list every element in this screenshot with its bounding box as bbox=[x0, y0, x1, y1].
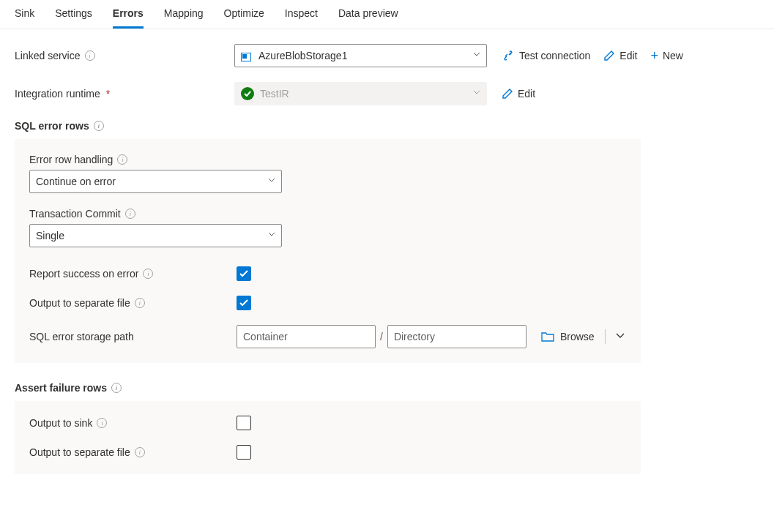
tab-errors[interactable]: Errors bbox=[113, 7, 144, 29]
integration-runtime-dropdown[interactable]: TestIR bbox=[234, 82, 487, 105]
chevron-down-icon bbox=[268, 178, 275, 185]
assert-output-separate-checkbox[interactable] bbox=[237, 445, 251, 460]
pencil-icon bbox=[603, 50, 615, 61]
linked-service-value: AzureBlobStorage1 bbox=[258, 50, 347, 61]
success-check-icon bbox=[241, 87, 254, 100]
info-icon[interactable]: i bbox=[97, 418, 107, 428]
sql-error-rows-panel: Error row handling i Continue on error T… bbox=[15, 139, 641, 363]
info-icon[interactable]: i bbox=[85, 50, 95, 61]
tab-optimize[interactable]: Optimize bbox=[224, 7, 264, 29]
azure-blob-icon bbox=[241, 51, 253, 60]
transaction-commit-dropdown[interactable]: Single bbox=[29, 224, 282, 247]
browse-button[interactable]: Browse bbox=[560, 331, 595, 342]
info-icon[interactable]: i bbox=[117, 154, 127, 165]
plus-icon: + bbox=[650, 49, 658, 62]
tab-data-preview[interactable]: Data preview bbox=[338, 7, 398, 29]
assert-failure-header: Assert failure rows i bbox=[15, 382, 759, 394]
info-icon[interactable]: i bbox=[111, 383, 122, 393]
integration-runtime-value: TestIR bbox=[260, 88, 289, 100]
linked-service-label: Linked service i bbox=[15, 50, 234, 61]
info-icon[interactable]: i bbox=[135, 447, 145, 457]
assert-output-separate-label: Output to separate file i bbox=[29, 446, 237, 458]
edit-linked-service-button[interactable]: Edit bbox=[603, 50, 637, 61]
error-row-handling-dropdown[interactable]: Continue on error bbox=[29, 170, 282, 193]
sql-output-separate-label: Output to separate file i bbox=[29, 297, 237, 309]
report-success-label: Report success on error i bbox=[29, 268, 237, 280]
tab-bar: Sink Settings Errors Mapping Optimize In… bbox=[0, 0, 774, 29]
pencil-icon bbox=[502, 88, 513, 100]
output-to-sink-checkbox[interactable] bbox=[237, 416, 251, 430]
new-linked-service-button[interactable]: + New bbox=[650, 49, 683, 62]
chevron-down-icon[interactable] bbox=[616, 333, 623, 340]
info-icon[interactable]: i bbox=[143, 269, 153, 279]
sql-output-separate-checkbox[interactable] bbox=[237, 296, 251, 310]
tab-mapping[interactable]: Mapping bbox=[164, 7, 204, 29]
chevron-down-icon bbox=[268, 232, 275, 239]
report-success-checkbox[interactable] bbox=[237, 266, 251, 281]
container-input[interactable] bbox=[237, 325, 376, 348]
directory-input[interactable] bbox=[387, 325, 526, 348]
tab-inspect[interactable]: Inspect bbox=[285, 7, 318, 29]
folder-icon bbox=[541, 331, 554, 342]
info-icon[interactable]: i bbox=[125, 209, 135, 219]
chevron-down-icon bbox=[473, 52, 480, 59]
integration-runtime-label: Integration runtime* bbox=[15, 88, 234, 100]
assert-failure-panel: Output to sink i Output to separate file… bbox=[15, 401, 641, 474]
test-connection-button[interactable]: Test connection bbox=[502, 49, 590, 62]
linked-service-dropdown[interactable]: AzureBlobStorage1 bbox=[234, 44, 487, 67]
info-icon[interactable]: i bbox=[135, 298, 145, 308]
transaction-commit-label: Transaction Commit i bbox=[29, 208, 626, 220]
sql-error-storage-path-label: SQL error storage path bbox=[29, 331, 237, 342]
edit-integration-runtime-button[interactable]: Edit bbox=[502, 88, 535, 100]
test-connection-icon bbox=[502, 49, 515, 62]
path-separator: / bbox=[380, 331, 383, 342]
tab-settings[interactable]: Settings bbox=[55, 7, 92, 29]
error-row-handling-label: Error row handling i bbox=[29, 154, 626, 165]
sql-error-rows-header: SQL error rows i bbox=[15, 120, 759, 132]
tab-sink[interactable]: Sink bbox=[15, 7, 34, 29]
chevron-down-icon bbox=[473, 90, 480, 97]
output-to-sink-label: Output to sink i bbox=[29, 417, 237, 429]
info-icon[interactable]: i bbox=[94, 121, 104, 131]
